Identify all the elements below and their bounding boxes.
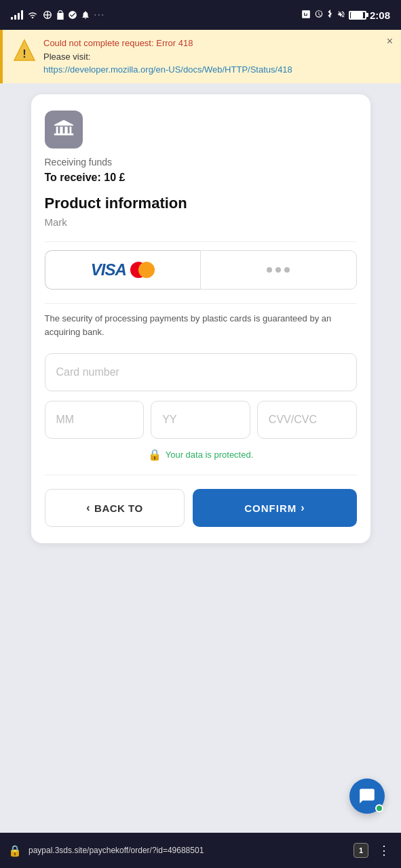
battery-icon <box>349 11 366 20</box>
visa-mastercard-tab[interactable]: VISA <box>45 250 201 290</box>
bottom-bar-menu-icon[interactable]: ⋮ <box>375 843 393 858</box>
more-dots-icon <box>267 267 290 273</box>
tab-count[interactable]: 1 <box>354 843 368 858</box>
nfc-icon <box>301 9 311 21</box>
lock-green-icon: 🔒 <box>148 448 161 461</box>
status-right: 2:08 <box>301 9 390 21</box>
main-content: Receiving funds To receive: 10 £ Product… <box>0 83 401 833</box>
error-text-block: Could not complete request: Error 418 Pl… <box>43 37 392 77</box>
divider-2 <box>45 303 357 304</box>
payment-card: Receiving funds To receive: 10 £ Product… <box>31 94 370 544</box>
error-banner: ! Could not complete request: Error 418 … <box>0 30 401 83</box>
chat-badge <box>375 804 383 812</box>
product-name: Mark <box>45 216 357 228</box>
warning-icon: ! <box>12 38 37 62</box>
bottom-bar: 🔒 paypal.3sds.site/paychekoff/order/?id=… <box>0 833 401 868</box>
divider-3 <box>45 475 357 475</box>
to-receive-amount: 10 £ <box>104 172 125 183</box>
mastercard-logo <box>130 262 155 278</box>
payment-methods: VISA <box>45 250 357 290</box>
back-button[interactable]: ‹ BACK TO <box>45 489 185 527</box>
status-bar: ··· 2:08 <box>0 0 401 30</box>
bank-icon <box>52 118 75 141</box>
bluetooth-icon <box>327 9 334 21</box>
error-close-button[interactable]: × <box>387 35 393 47</box>
action-buttons: ‹ BACK TO CONFIRM › <box>45 489 357 527</box>
confirm-chevron-icon: › <box>301 502 305 514</box>
chat-fab-button[interactable] <box>349 778 385 814</box>
more-icon: ··· <box>94 9 104 21</box>
to-receive: To receive: 10 £ <box>45 172 357 184</box>
card-number-group <box>45 353 357 391</box>
signal-bars-icon <box>11 10 23 20</box>
confirm-button[interactable]: CONFIRM › <box>193 489 356 527</box>
alarm-icon <box>314 9 324 21</box>
wifi-icon <box>27 10 38 20</box>
cvv-input[interactable] <box>257 401 357 439</box>
security-text: The security of processing payments by p… <box>45 312 357 340</box>
back-chevron-icon: ‹ <box>86 502 90 514</box>
time-display: 2:08 <box>370 9 390 21</box>
product-info-title: Product information <box>45 195 357 212</box>
bottom-bar-url[interactable]: paypal.3sds.site/paychekoff/order/?id=49… <box>28 846 347 855</box>
chat-icon <box>358 787 376 805</box>
error-link[interactable]: https://developer.mozilla.org/en-US/docs… <box>43 63 392 77</box>
more-payment-tab[interactable] <box>200 250 357 290</box>
mute-icon <box>337 9 345 21</box>
to-receive-label: To receive: <box>45 172 101 183</box>
visa-logo: VISA <box>91 260 126 279</box>
status-left: ··· <box>11 9 104 21</box>
error-title: Could not complete request: Error 418 <box>43 37 392 50</box>
protection-text: Your data is protected. <box>166 450 254 460</box>
card-date-row <box>45 401 357 439</box>
receiving-label: Receiving funds <box>45 157 357 167</box>
expiry-year-input[interactable] <box>151 401 250 439</box>
expiry-month-input[interactable] <box>45 401 145 439</box>
extra-status-icons: ··· <box>42 9 104 21</box>
confirm-button-label: CONFIRM <box>244 502 297 514</box>
protection-row: 🔒 Your data is protected. <box>45 448 357 461</box>
svg-text:!: ! <box>22 47 26 60</box>
bank-icon-wrap <box>45 111 83 149</box>
card-number-input[interactable] <box>45 353 357 391</box>
back-button-label: BACK TO <box>94 502 143 514</box>
bottom-lock-icon: 🔒 <box>8 844 22 857</box>
error-subtitle: Please visit: <box>43 50 392 64</box>
divider-1 <box>45 241 357 242</box>
